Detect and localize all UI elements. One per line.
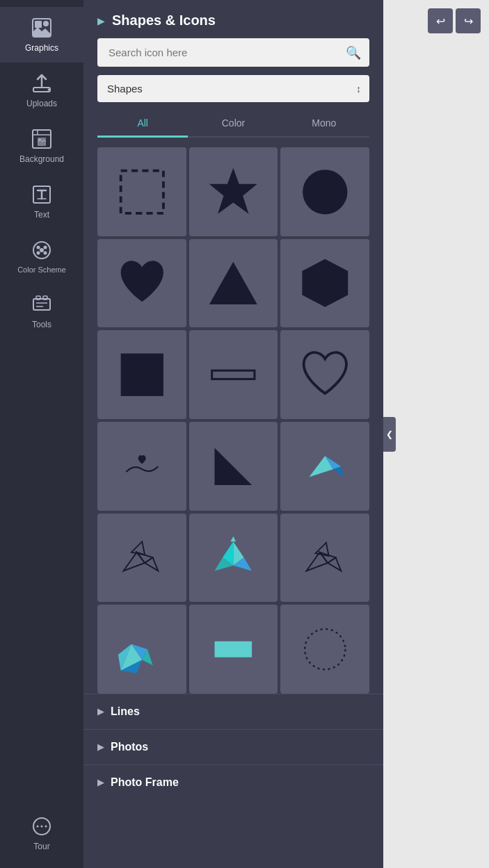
tab-mono[interactable]: Mono [279, 112, 369, 138]
section-lines-label: Lines [111, 705, 140, 718]
sidebar-item-text[interactable]: Text [0, 174, 83, 229]
sidebar-item-background[interactable]: Background [0, 118, 83, 174]
tour-icon [31, 815, 53, 837]
svg-point-2 [43, 21, 49, 26]
photos-arrow-icon: ▶ [97, 742, 104, 752]
section-photo-frame[interactable]: ▶ Photo Frame [83, 764, 383, 800]
sidebar-item-colorscheme[interactable]: Color Scheme [0, 229, 83, 284]
circle-icon [298, 165, 352, 219]
geo-bird-fill-icon [298, 531, 352, 584]
sidebar-item-background-label: Background [19, 154, 64, 164]
shape-hexagon[interactable] [280, 239, 369, 328]
svg-point-12 [37, 252, 40, 255]
graphics-icon [31, 17, 53, 39]
shape-star[interactable] [189, 147, 278, 236]
sidebar-item-graphics-label: Graphics [25, 43, 58, 53]
svg-point-10 [37, 246, 40, 249]
svg-point-52 [305, 629, 345, 669]
shape-right-triangle[interactable] [189, 422, 278, 511]
blue-crystal-icon [115, 623, 169, 676]
shape-heart-outline[interactable] [280, 330, 369, 419]
tools-icon [31, 293, 53, 316]
shape-geo-bird-fill[interactable] [280, 514, 369, 603]
shape-circle-dots[interactable] [280, 605, 369, 694]
panel-collapse-arrow[interactable]: ▶ [97, 15, 105, 26]
sidebar-item-tools[interactable]: Tools [0, 284, 83, 339]
svg-point-19 [37, 826, 39, 828]
svg-rect-16 [36, 296, 40, 300]
shape-line-rect[interactable] [189, 330, 278, 419]
shape-triangle[interactable] [189, 239, 278, 328]
sidebar-item-tour-label: Tour [33, 842, 49, 851]
svg-point-13 [44, 252, 47, 255]
search-input[interactable] [97, 38, 369, 67]
sidebar-item-graphics[interactable]: Graphics [0, 7, 83, 63]
blue-rect-icon [207, 623, 260, 676]
star-icon [207, 165, 260, 219]
svg-rect-28 [212, 370, 255, 379]
svg-rect-3 [33, 88, 50, 92]
category-dropdown[interactable]: Shapes Icons All [97, 75, 369, 102]
shape-square[interactable] [97, 330, 186, 419]
tabs-bar: All Color Mono [97, 112, 369, 138]
panel-collapse-handle[interactable]: ❮ [383, 417, 396, 452]
svg-point-24 [303, 170, 347, 214]
svg-rect-22 [120, 170, 163, 213]
shape-dashed-rect[interactable] [97, 147, 186, 236]
photo-frame-arrow-icon: ▶ [97, 778, 104, 787]
toolbar: ↩ ↪ [383, 0, 489, 42]
undo-button[interactable]: ↩ [428, 8, 453, 33]
circle-dots-icon [298, 623, 352, 676]
sidebar-item-uploads[interactable]: Uploads [0, 63, 83, 118]
sidebar: Graphics Uploads Background Text [0, 0, 83, 868]
shapes-grid [97, 147, 369, 694]
heart-icon [115, 256, 169, 310]
palette-icon [31, 239, 53, 261]
svg-marker-33 [123, 552, 145, 571]
tab-color[interactable]: Color [188, 112, 278, 138]
svg-rect-27 [120, 354, 163, 396]
svg-point-21 [45, 826, 47, 828]
svg-point-11 [44, 246, 47, 249]
svg-rect-1 [35, 21, 42, 28]
panel-title: Shapes & Icons [112, 13, 216, 28]
shape-blue-rect[interactable] [189, 605, 278, 694]
svg-point-20 [41, 826, 43, 828]
hexagon-icon [298, 256, 352, 310]
shape-geo-bird-outline[interactable] [97, 514, 186, 603]
panel-header: ▶ Shapes & Icons [83, 0, 383, 38]
heart-outline-icon [298, 348, 352, 402]
svg-marker-23 [209, 167, 257, 213]
section-photos[interactable]: ▶ Photos [83, 729, 383, 764]
sidebar-item-tour[interactable]: Tour [0, 805, 83, 861]
dropdown-container: Shapes Icons All ↕ [97, 75, 369, 102]
svg-rect-6 [38, 138, 46, 146]
redo-button[interactable]: ↪ [456, 8, 481, 33]
section-photo-frame-label: Photo Frame [111, 776, 179, 789]
section-lines[interactable]: ▶ Lines [83, 694, 383, 729]
shape-circle[interactable] [280, 147, 369, 236]
triangle-icon [207, 256, 260, 310]
search-container: 🔍 [97, 38, 369, 67]
shape-heart-swirl[interactable] [97, 422, 186, 511]
sidebar-item-tools-label: Tools [32, 320, 51, 329]
sidebar-item-text-label: Text [34, 210, 49, 220]
right-area: ↩ ↪ [383, 0, 489, 868]
square-icon [115, 348, 169, 402]
svg-marker-41 [231, 537, 237, 542]
svg-marker-36 [131, 542, 145, 555]
blue-bird-icon [298, 440, 352, 493]
search-icon[interactable]: 🔍 [346, 45, 361, 60]
tab-all[interactable]: All [97, 112, 188, 138]
svg-marker-44 [328, 558, 341, 571]
shape-heart[interactable] [97, 239, 186, 328]
shape-blue-bird[interactable] [280, 422, 369, 511]
text-icon [31, 183, 53, 206]
svg-marker-25 [209, 262, 257, 304]
shape-blue-crystal[interactable] [97, 605, 186, 694]
section-photos-label: Photos [111, 741, 148, 753]
heart-swirl-icon [115, 440, 169, 493]
svg-marker-26 [302, 259, 348, 307]
shape-blue-hummingbird[interactable] [189, 514, 278, 603]
blue-hummingbird-icon [207, 531, 260, 584]
